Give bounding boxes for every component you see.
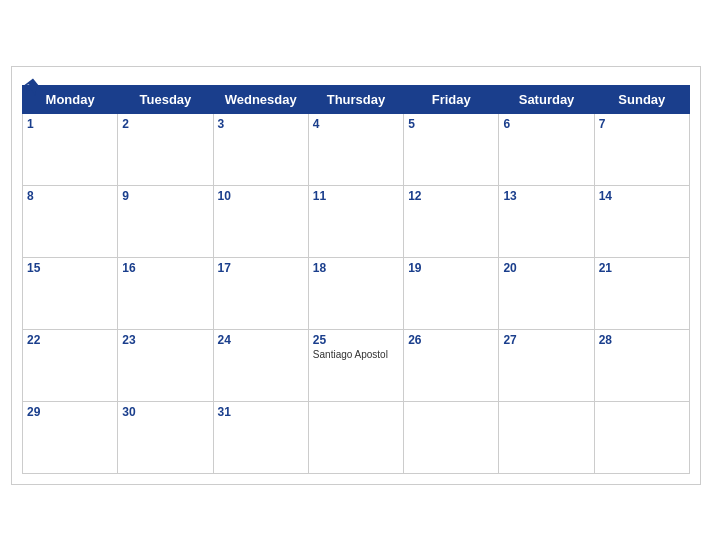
calendar-cell: 13 [499, 185, 594, 257]
calendar-cell: 12 [404, 185, 499, 257]
day-number: 12 [408, 189, 494, 203]
day-number: 7 [599, 117, 685, 131]
day-number: 24 [218, 333, 304, 347]
day-number: 17 [218, 261, 304, 275]
day-number: 25 [313, 333, 399, 347]
day-number: 2 [122, 117, 208, 131]
calendar-cell: 23 [118, 329, 213, 401]
calendar-cell: 21 [594, 257, 689, 329]
day-number: 31 [218, 405, 304, 419]
day-number: 20 [503, 261, 589, 275]
calendar-week-2: 891011121314 [23, 185, 690, 257]
calendar-cell: 10 [213, 185, 308, 257]
day-number: 13 [503, 189, 589, 203]
col-tuesday: Tuesday [118, 85, 213, 113]
calendar-cell: 7 [594, 113, 689, 185]
calendar-cell: 5 [404, 113, 499, 185]
calendar-cell: 20 [499, 257, 594, 329]
calendar-cell: 28 [594, 329, 689, 401]
calendar-cell [308, 401, 403, 473]
calendar-cell [594, 401, 689, 473]
calendar-wrapper: Monday Tuesday Wednesday Thursday Friday… [11, 66, 701, 485]
day-number: 9 [122, 189, 208, 203]
calendar-cell: 27 [499, 329, 594, 401]
day-number: 21 [599, 261, 685, 275]
event-label: Santiago Apostol [313, 349, 399, 360]
calendar-week-5: 293031 [23, 401, 690, 473]
calendar-cell: 15 [23, 257, 118, 329]
calendar-cell: 3 [213, 113, 308, 185]
col-wednesday: Wednesday [213, 85, 308, 113]
day-number: 22 [27, 333, 113, 347]
calendar-cell: 4 [308, 113, 403, 185]
calendar-cell: 24 [213, 329, 308, 401]
day-number: 11 [313, 189, 399, 203]
logo-icon [22, 77, 44, 99]
calendar-cell: 1 [23, 113, 118, 185]
calendar-cell: 9 [118, 185, 213, 257]
col-thursday: Thursday [308, 85, 403, 113]
day-number: 10 [218, 189, 304, 203]
calendar-cell: 8 [23, 185, 118, 257]
svg-marker-0 [23, 78, 42, 96]
col-friday: Friday [404, 85, 499, 113]
day-number: 23 [122, 333, 208, 347]
calendar-cell: 25Santiago Apostol [308, 329, 403, 401]
calendar-cell: 30 [118, 401, 213, 473]
calendar-cell: 22 [23, 329, 118, 401]
col-sunday: Sunday [594, 85, 689, 113]
day-number: 6 [503, 117, 589, 131]
calendar-cell: 11 [308, 185, 403, 257]
calendar-cell: 17 [213, 257, 308, 329]
day-number: 16 [122, 261, 208, 275]
day-number: 1 [27, 117, 113, 131]
calendar-week-4: 22232425Santiago Apostol262728 [23, 329, 690, 401]
day-number: 5 [408, 117, 494, 131]
day-number: 26 [408, 333, 494, 347]
header-row: Monday Tuesday Wednesday Thursday Friday… [23, 85, 690, 113]
calendar-week-1: 1234567 [23, 113, 690, 185]
calendar-cell [499, 401, 594, 473]
calendar-cell: 31 [213, 401, 308, 473]
calendar-cell: 19 [404, 257, 499, 329]
day-number: 3 [218, 117, 304, 131]
calendar-cell: 6 [499, 113, 594, 185]
calendar-cell [404, 401, 499, 473]
calendar-cell: 2 [118, 113, 213, 185]
calendar-week-3: 15161718192021 [23, 257, 690, 329]
calendar-grid: Monday Tuesday Wednesday Thursday Friday… [22, 85, 690, 474]
calendar-cell: 18 [308, 257, 403, 329]
calendar-body: 1234567891011121314151617181920212223242… [23, 113, 690, 473]
day-number: 18 [313, 261, 399, 275]
day-number: 30 [122, 405, 208, 419]
day-number: 8 [27, 189, 113, 203]
day-number: 27 [503, 333, 589, 347]
day-number: 29 [27, 405, 113, 419]
day-number: 15 [27, 261, 113, 275]
calendar-cell: 14 [594, 185, 689, 257]
day-number: 19 [408, 261, 494, 275]
logo-area [22, 77, 48, 99]
col-saturday: Saturday [499, 85, 594, 113]
day-number: 28 [599, 333, 685, 347]
day-number: 4 [313, 117, 399, 131]
calendar-cell: 29 [23, 401, 118, 473]
day-number: 14 [599, 189, 685, 203]
calendar-cell: 26 [404, 329, 499, 401]
calendar-cell: 16 [118, 257, 213, 329]
